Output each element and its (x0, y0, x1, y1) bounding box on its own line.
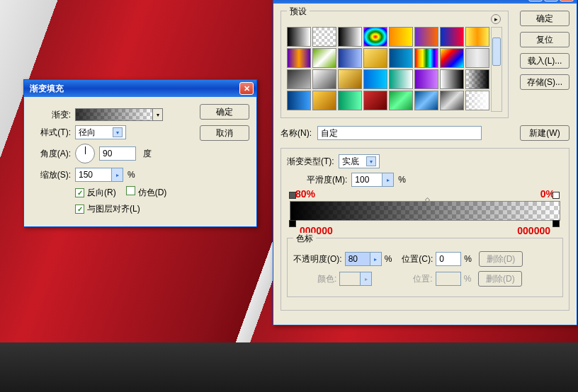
scale-spinner[interactable]: ▸ (112, 168, 123, 182)
preset-swatch[interactable] (465, 48, 489, 68)
save-button[interactable]: 存储(S)... (520, 74, 570, 90)
preset-swatch[interactable] (338, 91, 362, 110)
opacity-spinner[interactable]: ▸ (370, 252, 382, 266)
load-button[interactable]: 载入(L)... (520, 53, 570, 69)
preset-swatch[interactable] (440, 27, 464, 47)
name-label: 名称(N): (280, 127, 312, 139)
preset-swatch[interactable] (312, 91, 336, 110)
position-label: 位置(C): (402, 253, 433, 265)
smooth-label: 平滑度(M): (307, 174, 347, 186)
dither-checkbox[interactable]: 仿色(D) (126, 186, 167, 199)
preset-swatch[interactable] (363, 48, 387, 68)
preset-swatch[interactable] (465, 27, 489, 47)
color-picker-button: ▸ (361, 272, 372, 286)
reset-button[interactable]: 复位 (520, 32, 570, 47)
preset-swatch[interactable] (363, 91, 387, 110)
position2-input (436, 272, 461, 286)
preset-swatch[interactable] (338, 27, 362, 47)
cancel-button[interactable]: 取消 (200, 125, 249, 141)
maximize-icon[interactable]: ☐ (544, 0, 558, 1)
gradient-label: 渐变: (31, 109, 71, 121)
gradient-bar[interactable]: ◇ (290, 201, 560, 221)
preset-swatch[interactable] (414, 48, 438, 68)
preset-swatch[interactable] (312, 27, 336, 47)
style-select[interactable]: 径向▾ (75, 125, 126, 139)
close-icon[interactable]: ✕ (560, 0, 574, 1)
smooth-spinner[interactable]: ▸ (382, 173, 394, 187)
preset-swatch[interactable] (389, 48, 413, 68)
new-button[interactable]: 新建(W) (520, 125, 570, 141)
color-stop-left[interactable] (289, 220, 298, 230)
delete-color-stop-button: 删除(D) (478, 271, 522, 287)
angle-dial[interactable] (75, 144, 95, 163)
preset-swatch[interactable] (287, 27, 311, 47)
preset-swatch[interactable] (414, 91, 438, 110)
color-swatch (339, 272, 361, 286)
preset-swatch[interactable] (465, 69, 489, 89)
reverse-checkbox[interactable]: ✓反向(R) (75, 187, 116, 199)
stops-legend: 色标 (293, 233, 316, 245)
minimize-icon[interactable]: ━ (528, 0, 543, 1)
style-label: 样式(T): (31, 127, 71, 139)
preset-swatch[interactable] (287, 48, 311, 68)
opacity-stop-right[interactable] (552, 192, 561, 202)
midpoint-icon[interactable]: ◇ (425, 196, 430, 203)
gradient-editor-dialog: 渐变编辑器 ━ ☐ ✕ 确定 复位 载入(L)... 存储(S)... 预设 ▸… (273, 0, 577, 325)
position2-label: 位置: (413, 273, 432, 285)
color-stop-right[interactable] (552, 220, 561, 230)
gradient-fill-dialog: 渐变填充 ✕ 渐变: ▾ 样式(T): 径向▾ 角度(A): 90 度 (23, 79, 257, 227)
scale-label: 缩放(S): (31, 169, 71, 181)
angle-label: 角度(A): (31, 148, 71, 160)
preset-swatch[interactable] (312, 48, 336, 68)
align-checkbox[interactable]: ✓与图层对齐(L) (75, 203, 140, 215)
opacity-label: 不透明度(O): (293, 253, 342, 265)
color-label: 颜色: (317, 273, 336, 285)
preset-swatch[interactable] (287, 69, 311, 89)
preset-swatch[interactable] (363, 69, 387, 89)
preset-swatch[interactable] (363, 27, 387, 47)
ok-button[interactable]: 确定 (520, 11, 570, 26)
presets-legend: 预设 (287, 6, 310, 18)
name-input[interactable] (317, 126, 482, 140)
angle-unit: 度 (143, 148, 152, 160)
delete-opacity-stop-button[interactable]: 删除(D) (479, 251, 523, 267)
close-icon[interactable]: ✕ (239, 82, 254, 95)
preset-grid (287, 27, 489, 112)
gradient-picker-button[interactable]: ▾ (153, 108, 163, 121)
angle-input[interactable]: 90 (99, 146, 136, 161)
preset-swatch[interactable] (389, 91, 413, 110)
dialog-title: 渐变编辑器 (279, 0, 322, 1)
preset-swatch[interactable] (338, 69, 362, 89)
preset-swatch[interactable] (440, 91, 464, 110)
presets-menu-icon[interactable]: ▸ (491, 14, 501, 24)
preset-swatch[interactable] (414, 27, 438, 47)
titlebar[interactable]: 渐变填充 ✕ (24, 80, 256, 97)
opacity-input[interactable]: 80 (345, 252, 370, 266)
scale-input[interactable]: 150 (75, 168, 112, 182)
grad-type-label: 渐变类型(T): (287, 156, 334, 168)
gradient-preview[interactable] (75, 108, 153, 121)
opacity-stop-left[interactable] (289, 192, 298, 202)
preset-swatch[interactable] (465, 91, 489, 110)
preset-swatch[interactable] (312, 69, 336, 89)
ok-button[interactable]: 确定 (200, 104, 249, 120)
smooth-input[interactable]: 100 (351, 173, 382, 187)
preset-swatch[interactable] (338, 48, 362, 68)
scale-unit: % (128, 170, 135, 180)
preset-swatch[interactable] (389, 69, 413, 89)
ann-right-color: 000000 (517, 225, 550, 236)
preset-swatch[interactable] (287, 91, 311, 110)
preset-swatch[interactable] (440, 69, 464, 89)
preset-swatch[interactable] (414, 69, 438, 89)
dialog-title: 渐变填充 (30, 83, 64, 95)
ann-left-opacity: 80% (295, 188, 315, 200)
position-input[interactable]: 0 (436, 252, 461, 266)
preset-swatch[interactable] (389, 27, 413, 47)
grad-type-select[interactable]: 实底▾ (339, 154, 380, 168)
scrollbar[interactable] (491, 27, 502, 112)
preset-swatch[interactable] (440, 48, 464, 68)
